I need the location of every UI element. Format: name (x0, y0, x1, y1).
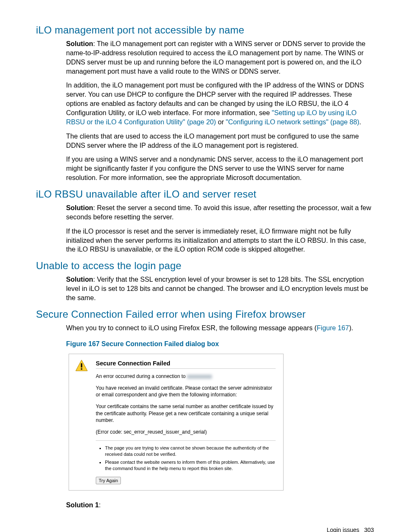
dialog-line: You have received an invalid certificate… (96, 385, 276, 398)
dialog-error-code: (Error code: sec_error_reused_issuer_and… (96, 429, 276, 435)
paragraph: Solution: The iLO management port can re… (66, 39, 374, 76)
dialog-bullet: Please contact the website owners to inf… (105, 459, 276, 472)
paragraph: If the iLO processor is reset and the se… (66, 227, 374, 254)
paragraph: In addition, the iLO management port mus… (66, 81, 374, 126)
section-body: When you try to connect to iLO using Fir… (66, 324, 374, 510)
section-body: Solution: Verify that the SSL encryption… (66, 275, 374, 303)
paragraph: If you are using a WINS server and a non… (66, 155, 374, 182)
svg-rect-2 (81, 368, 82, 370)
dialog-title: Secure Connection Failed (96, 360, 276, 367)
separator (96, 368, 276, 369)
warning-icon (75, 360, 96, 485)
solution-label: Solution (66, 204, 93, 211)
dialog-text: An error occurred during a connection to (96, 373, 187, 379)
dialog-bullet: The page you are trying to view cannot b… (105, 445, 276, 457)
paragraph-text: . (359, 118, 361, 126)
paragraph-text: : Verify that the SSL encryption level o… (66, 275, 368, 301)
section-body: Solution: Reset the server a second time… (66, 203, 374, 254)
heading-ilo-port: iLO management port not accessible by na… (36, 24, 374, 36)
paragraph: Solution: Verify that the SSL encryption… (66, 275, 374, 303)
heading-rbsu-unavailable: iLO RBSU unavailable after iLO and serve… (36, 188, 374, 200)
try-again-button[interactable]: Try Again (96, 477, 121, 484)
heading-login-page: Unable to access the login page (36, 260, 374, 272)
paragraph-text: or (216, 118, 225, 126)
solution-label: Solution (66, 275, 93, 283)
section-body: Solution: The iLO management port can re… (66, 39, 374, 182)
paragraph: Solution 1: (66, 501, 374, 510)
figure-caption: Figure 167 Secure Connection Failed dial… (66, 340, 374, 348)
heading-secure-connection: Secure Connection Failed error when usin… (36, 308, 374, 320)
redacted-host (187, 375, 212, 379)
dialog-secure-connection-failed: Secure Connection Failed An error occurr… (69, 354, 284, 491)
dialog-line: An error occurred during a connection to (96, 373, 276, 380)
xref-link[interactable]: Figure 167 (317, 324, 349, 332)
dialog-bullet-list: The page you are trying to view cannot b… (99, 445, 276, 471)
solution-label: Solution (66, 40, 93, 47)
solution-1-label: Solution 1 (66, 501, 99, 509)
paragraph-text: : The iLO management port can register w… (66, 40, 366, 75)
paragraph-text: : Reset the server a second time. To avo… (66, 204, 371, 221)
xref-link[interactable]: "Configuring iLO network settings" (page… (226, 118, 359, 126)
paragraph: The clients that are used to access the … (66, 132, 374, 150)
paragraph: When you try to connect to iLO using Fir… (66, 324, 374, 333)
page-footer: Login issues 303 (37, 527, 374, 532)
dialog-line: Your certificate contains the same seria… (96, 403, 276, 424)
footer-page-number: 303 (364, 527, 374, 532)
paragraph-text: : (99, 501, 101, 509)
paragraph: Solution: Reset the server a second time… (66, 203, 374, 222)
separator (96, 440, 276, 441)
footer-section: Login issues (327, 527, 359, 532)
svg-rect-1 (81, 363, 82, 368)
paragraph-text: When you try to connect to iLO using Fir… (66, 324, 317, 332)
paragraph-text: ). (349, 324, 353, 332)
